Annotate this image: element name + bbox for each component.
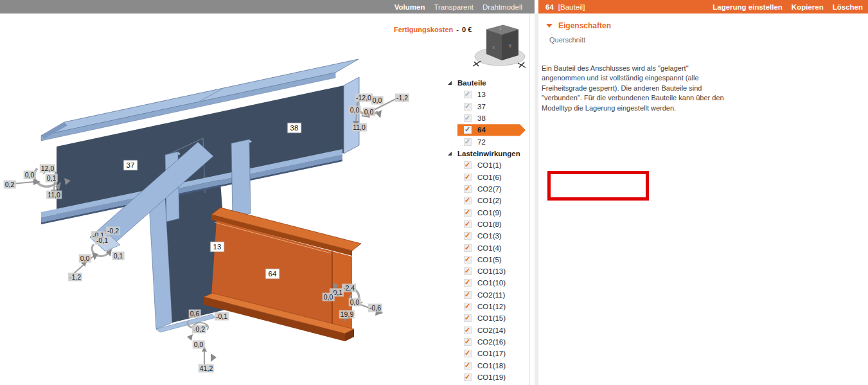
member-label-38[interactable]: 38 <box>288 123 301 133</box>
checkbox-icon[interactable] <box>464 327 472 334</box>
tree-item-label: CO1(18) <box>477 362 506 370</box>
tree-item-64[interactable]: 64 <box>442 124 530 136</box>
tree-item-label: CO1(3) <box>477 232 502 240</box>
checkbox-icon[interactable] <box>464 209 472 217</box>
tree-item-co2(14)[interactable]: CO2(14) <box>442 325 530 336</box>
model-tree: Bauteile1337386472LasteinwirkungenCO1(1)… <box>442 77 530 383</box>
tree-item-co1(19)[interactable]: CO1(19) <box>442 372 530 383</box>
tree-item-label: CO1(17) <box>477 350 506 357</box>
expander-icon[interactable] <box>448 152 452 156</box>
tree-item-label: CO2(7) <box>477 185 502 193</box>
tree-item-co1(18)[interactable]: CO1(18) <box>442 360 530 372</box>
checkbox-icon[interactable] <box>464 91 472 98</box>
tree-item-label: CO2(11) <box>477 291 505 299</box>
tree-item-label: 37 <box>477 103 486 111</box>
checkbox-icon[interactable] <box>464 161 472 169</box>
force-value-label: 0,6 <box>189 310 201 318</box>
tree-group-bauteile[interactable]: Bauteile <box>442 77 530 89</box>
header-action-löschen[interactable]: Löschen <box>833 3 863 11</box>
tree-item-label: 64 <box>477 126 486 134</box>
3d-viewport[interactable]: z Y x Fertigungskosten - 0 € 3738136412,… <box>0 0 535 385</box>
checkbox-icon[interactable] <box>464 126 472 134</box>
tree-item-co1(8)[interactable]: CO1(8) <box>442 219 530 230</box>
checkbox-icon[interactable] <box>464 338 472 346</box>
tree-item-co1(6)[interactable]: CO1(6) <box>442 172 530 183</box>
tree-item-co1(12)[interactable]: CO1(12) <box>442 301 530 312</box>
checkbox-icon[interactable] <box>464 185 472 193</box>
checkbox-icon[interactable] <box>464 114 472 122</box>
member-label-13[interactable]: 13 <box>211 242 224 252</box>
checkbox-icon[interactable] <box>464 267 472 275</box>
tree-item-co2(11)[interactable]: CO2(11) <box>442 289 530 301</box>
checkbox-icon[interactable] <box>464 174 472 181</box>
force-value-label: -2,4 <box>342 284 356 292</box>
tree-item-72[interactable]: 72 <box>442 136 530 148</box>
checkbox-icon[interactable] <box>464 244 472 252</box>
tree-item-co1(17)[interactable]: CO1(17) <box>442 348 530 359</box>
checkbox-icon[interactable] <box>464 303 472 310</box>
collapse-triangle-icon[interactable] <box>546 24 553 28</box>
tree-item-label: CO1(13) <box>477 267 506 275</box>
tree-item-co1(15)[interactable]: CO1(15) <box>442 312 530 324</box>
header-action-kopieren[interactable]: Kopieren <box>792 3 824 11</box>
tree-group-lasteinwirkungen[interactable]: Lasteinwirkungen <box>442 148 530 159</box>
checkbox-icon[interactable] <box>464 138 472 146</box>
force-value-label: 19,9 <box>339 310 355 319</box>
tree-item-label: CO2(14) <box>477 327 506 334</box>
tree-item-13[interactable]: 13 <box>442 89 530 100</box>
checkbox-icon[interactable] <box>464 197 472 204</box>
checkbox-icon[interactable] <box>464 232 472 240</box>
tree-item-label: CO1(4) <box>477 244 502 252</box>
force-value-label: -12,0 <box>355 94 373 102</box>
checkbox-icon[interactable] <box>464 256 472 264</box>
checkbox-icon[interactable] <box>464 291 472 299</box>
cube-z-label: z <box>500 26 502 30</box>
section-rows: Querschnitt <box>538 33 868 46</box>
tree-item-co1(2)[interactable]: CO1(2) <box>442 195 530 206</box>
tree-item-co1(3)[interactable]: CO1(3) <box>442 230 530 242</box>
cost-separator: - <box>456 26 459 33</box>
checkbox-icon[interactable] <box>464 362 472 370</box>
force-value-label: 0,0 <box>371 96 384 105</box>
force-value-label: 0,1 <box>112 252 125 260</box>
checkbox-icon[interactable] <box>464 373 472 381</box>
member-label-37[interactable]: 37 <box>124 161 137 170</box>
tree-item-co1(13)[interactable]: CO1(13) <box>442 265 530 277</box>
tree-item-co1(1)[interactable]: CO1(1) <box>442 159 530 171</box>
member-label-64[interactable]: 64 <box>266 269 279 279</box>
section-header-eigenschaften[interactable]: Eigenschaften <box>538 19 868 32</box>
force-value-label: -0,2 <box>192 325 206 334</box>
force-value-label: 12,0 <box>40 165 55 173</box>
checkbox-icon[interactable] <box>464 314 472 322</box>
tree-item-co1(10)[interactable]: CO1(10) <box>442 277 530 289</box>
stiffener-plate <box>231 139 251 217</box>
tree-item-co2(16)[interactable]: CO2(16) <box>442 336 530 348</box>
tree-item-label: 13 <box>477 91 486 98</box>
force-value-label: 11,0 <box>46 191 62 199</box>
tree-item-37[interactable]: 37 <box>442 101 530 112</box>
expander-icon[interactable] <box>448 81 452 85</box>
tree-item-co1(5)[interactable]: CO1(5) <box>442 254 530 265</box>
checkbox-icon[interactable] <box>464 220 472 228</box>
highlight-annotation-box <box>547 171 649 201</box>
tree-item-label: CO2(16) <box>477 338 506 346</box>
header-action-lagerung-einstellen[interactable]: Lagerung einstellen <box>713 3 783 11</box>
property-panel-header: 64 [Bauteil] Lagerung einstellenKopieren… <box>538 0 868 13</box>
force-value-label: 0,0 <box>24 171 36 179</box>
force-value-label: -0,1 <box>95 237 109 245</box>
tree-item-38[interactable]: 38 <box>442 112 530 124</box>
force-value-label: 41,2 <box>199 364 214 373</box>
view-mode-transparent[interactable]: Transparent <box>434 3 474 11</box>
checkbox-icon[interactable] <box>464 279 472 287</box>
checkbox-icon[interactable] <box>464 350 472 357</box>
force-value-label: 0,0 <box>323 293 335 301</box>
tree-item-label: 72 <box>477 138 486 146</box>
view-mode-volumen[interactable]: Volumen <box>394 3 425 11</box>
view-cube[interactable]: z Y x <box>473 25 526 67</box>
view-mode-drahtmodell[interactable]: Drahtmodell <box>483 3 522 11</box>
support-description-text: Ein Bauteil des Anschlusses wird als "ge… <box>538 64 732 114</box>
tree-item-co1(9)[interactable]: CO1(9) <box>442 206 530 218</box>
tree-item-co2(7)[interactable]: CO2(7) <box>442 183 530 195</box>
tree-item-co1(4)[interactable]: CO1(4) <box>442 242 530 253</box>
checkbox-icon[interactable] <box>464 103 472 111</box>
